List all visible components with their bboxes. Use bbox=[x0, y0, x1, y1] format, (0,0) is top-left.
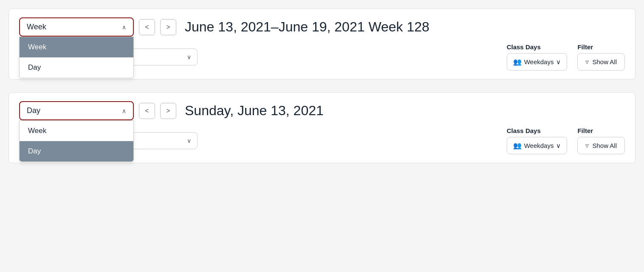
next-button-week[interactable]: > bbox=[160, 19, 176, 35]
day-section: Day ∧ Week Day < > Sunday, June 13, 2021… bbox=[8, 92, 636, 163]
prev-button-week[interactable]: < bbox=[139, 19, 155, 35]
filter-group-day: Filter ▿ Show All bbox=[577, 127, 625, 154]
dropdown-item-day-day[interactable]: Day bbox=[20, 141, 133, 162]
chevron-up-icon-day: ∧ bbox=[122, 108, 126, 114]
prev-button-day[interactable]: < bbox=[139, 103, 155, 119]
dropdown-item-week-day[interactable]: Day bbox=[20, 57, 133, 78]
prev-icon-day: < bbox=[145, 107, 149, 115]
date-title-week: June 13, 2021–June 19, 2021 Week 128 bbox=[185, 19, 429, 35]
dropdown-item-day-week[interactable]: Week bbox=[20, 121, 133, 141]
view-mode-button-day[interactable]: Day ∧ bbox=[19, 101, 134, 120]
next-button-day[interactable]: > bbox=[160, 103, 176, 119]
show-all-button-day[interactable]: ▿ Show All bbox=[577, 137, 625, 154]
date-title-day: Sunday, June 13, 2021 bbox=[185, 103, 324, 119]
view-mode-dropdown-day: Week Day bbox=[19, 120, 134, 162]
view-mode-label-day: Day bbox=[27, 106, 40, 115]
class-days-button-week[interactable]: 👥 Weekdays ∨ bbox=[507, 53, 568, 71]
filter-group-week: Filter ▿ Show All bbox=[577, 43, 625, 71]
controls-right-week: Class Days 👥 Weekdays ∨ Filter ▿ Show Al… bbox=[507, 43, 625, 71]
filter-icon-week: ▿ bbox=[585, 58, 589, 66]
class-days-value-week: Weekdays bbox=[524, 58, 554, 65]
chevron-down-icon-day: ∨ bbox=[187, 137, 191, 144]
filter-label-day: Filter bbox=[577, 127, 625, 134]
people-icon-week: 👥 bbox=[513, 58, 522, 66]
view-mode-label-week: Week bbox=[27, 23, 46, 31]
top-row-day: Day ∧ Week Day < > Sunday, June 13, 2021 bbox=[19, 101, 625, 120]
show-all-label-day: Show All bbox=[592, 142, 617, 149]
next-icon-week: > bbox=[166, 23, 170, 31]
controls-right-day: Class Days 👥 Weekdays ∨ Filter ▿ Show Al… bbox=[507, 127, 625, 154]
class-days-group-week: Class Days 👥 Weekdays ∨ bbox=[507, 43, 568, 71]
chevron-down-icon-week: ∨ bbox=[187, 54, 191, 60]
view-mode-dropdown-week: Week Day bbox=[19, 37, 134, 78]
filter-icon-day: ▿ bbox=[585, 142, 589, 150]
chevron-up-icon: ∧ bbox=[122, 24, 126, 31]
top-row-week: Week ∧ Week Day < > June 13, 2021–June 1… bbox=[19, 17, 625, 37]
class-days-chevron-week: ∨ bbox=[556, 58, 561, 66]
class-days-chevron-day: ∨ bbox=[556, 142, 561, 150]
view-mode-button-week[interactable]: Week ∧ bbox=[19, 17, 134, 37]
class-days-button-day[interactable]: 👥 Weekdays ∨ bbox=[507, 137, 568, 154]
class-days-group-day: Class Days 👥 Weekdays ∨ bbox=[507, 127, 568, 154]
filter-label-week: Filter bbox=[577, 43, 625, 51]
class-days-value-day: Weekdays bbox=[524, 142, 554, 149]
prev-icon-week: < bbox=[145, 23, 149, 31]
people-icon-day: 👥 bbox=[513, 142, 522, 150]
show-all-label-week: Show All bbox=[592, 58, 617, 65]
week-section: Week ∧ Week Day < > June 13, 2021–June 1… bbox=[8, 8, 636, 79]
dropdown-item-week-week[interactable]: Week bbox=[20, 37, 133, 57]
class-days-label-week: Class Days bbox=[507, 43, 568, 51]
view-mode-selector-week[interactable]: Week ∧ Week Day bbox=[19, 17, 134, 37]
view-mode-selector-day[interactable]: Day ∧ Week Day bbox=[19, 101, 134, 120]
next-icon-day: > bbox=[166, 107, 170, 115]
class-days-label-day: Class Days bbox=[507, 127, 568, 134]
show-all-button-week[interactable]: ▿ Show All bbox=[577, 53, 625, 71]
